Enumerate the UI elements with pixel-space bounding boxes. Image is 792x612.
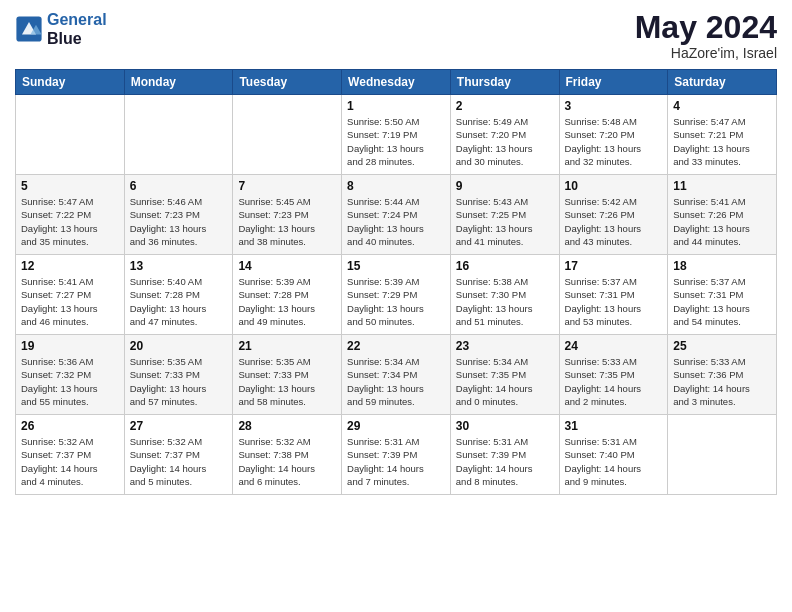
day-info-line: Daylight: 13 hours bbox=[21, 302, 119, 315]
day-number: 1 bbox=[347, 99, 445, 113]
day-info-line: Sunset: 7:37 PM bbox=[21, 448, 119, 461]
day-info: Sunrise: 5:32 AMSunset: 7:38 PMDaylight:… bbox=[238, 435, 336, 488]
page: General Blue May 2024 HaZore'im, Israel … bbox=[0, 0, 792, 510]
calendar-cell: 7Sunrise: 5:45 AMSunset: 7:23 PMDaylight… bbox=[233, 175, 342, 255]
day-info-line: Sunrise: 5:42 AM bbox=[565, 195, 663, 208]
day-info-line: Sunset: 7:39 PM bbox=[347, 448, 445, 461]
calendar-cell: 28Sunrise: 5:32 AMSunset: 7:38 PMDayligh… bbox=[233, 415, 342, 495]
day-info: Sunrise: 5:34 AMSunset: 7:35 PMDaylight:… bbox=[456, 355, 554, 408]
day-info: Sunrise: 5:39 AMSunset: 7:29 PMDaylight:… bbox=[347, 275, 445, 328]
day-info: Sunrise: 5:33 AMSunset: 7:35 PMDaylight:… bbox=[565, 355, 663, 408]
day-info-line: Daylight: 13 hours bbox=[456, 222, 554, 235]
day-info-line: Daylight: 14 hours bbox=[21, 462, 119, 475]
day-info-line: and 36 minutes. bbox=[130, 235, 228, 248]
calendar-week-row: 12Sunrise: 5:41 AMSunset: 7:27 PMDayligh… bbox=[16, 255, 777, 335]
day-info-line: Daylight: 13 hours bbox=[238, 382, 336, 395]
calendar-cell: 19Sunrise: 5:36 AMSunset: 7:32 PMDayligh… bbox=[16, 335, 125, 415]
day-number: 27 bbox=[130, 419, 228, 433]
day-info-line: Sunset: 7:29 PM bbox=[347, 288, 445, 301]
day-info-line: Sunset: 7:33 PM bbox=[130, 368, 228, 381]
day-info-line: and 7 minutes. bbox=[347, 475, 445, 488]
day-info: Sunrise: 5:32 AMSunset: 7:37 PMDaylight:… bbox=[21, 435, 119, 488]
day-info-line: Sunrise: 5:46 AM bbox=[130, 195, 228, 208]
calendar-header-row: SundayMondayTuesdayWednesdayThursdayFrid… bbox=[16, 70, 777, 95]
calendar-cell: 18Sunrise: 5:37 AMSunset: 7:31 PMDayligh… bbox=[668, 255, 777, 335]
day-info-line: Sunrise: 5:49 AM bbox=[456, 115, 554, 128]
day-number: 7 bbox=[238, 179, 336, 193]
day-info: Sunrise: 5:31 AMSunset: 7:40 PMDaylight:… bbox=[565, 435, 663, 488]
day-info-line: Sunset: 7:28 PM bbox=[130, 288, 228, 301]
calendar-week-row: 19Sunrise: 5:36 AMSunset: 7:32 PMDayligh… bbox=[16, 335, 777, 415]
day-info-line: Sunrise: 5:47 AM bbox=[673, 115, 771, 128]
day-info-line: Sunset: 7:23 PM bbox=[130, 208, 228, 221]
day-info-line: and 55 minutes. bbox=[21, 395, 119, 408]
logo-text: General Blue bbox=[47, 10, 107, 48]
day-info-line: Daylight: 13 hours bbox=[565, 142, 663, 155]
day-info-line: Daylight: 13 hours bbox=[347, 222, 445, 235]
day-info-line: and 51 minutes. bbox=[456, 315, 554, 328]
day-info-line: Sunrise: 5:47 AM bbox=[21, 195, 119, 208]
day-number: 22 bbox=[347, 339, 445, 353]
day-info: Sunrise: 5:38 AMSunset: 7:30 PMDaylight:… bbox=[456, 275, 554, 328]
title-block: May 2024 HaZore'im, Israel bbox=[635, 10, 777, 61]
day-number: 24 bbox=[565, 339, 663, 353]
day-info-line: Daylight: 13 hours bbox=[456, 142, 554, 155]
calendar: SundayMondayTuesdayWednesdayThursdayFrid… bbox=[15, 69, 777, 495]
day-number: 4 bbox=[673, 99, 771, 113]
calendar-cell: 6Sunrise: 5:46 AMSunset: 7:23 PMDaylight… bbox=[124, 175, 233, 255]
calendar-cell bbox=[16, 95, 125, 175]
day-info-line: Sunset: 7:37 PM bbox=[130, 448, 228, 461]
day-info-line: Sunrise: 5:33 AM bbox=[565, 355, 663, 368]
day-number: 12 bbox=[21, 259, 119, 273]
calendar-cell bbox=[233, 95, 342, 175]
day-info-line: Daylight: 14 hours bbox=[673, 382, 771, 395]
day-info-line: Daylight: 13 hours bbox=[347, 142, 445, 155]
day-info-line: Daylight: 13 hours bbox=[130, 222, 228, 235]
day-number: 10 bbox=[565, 179, 663, 193]
day-number: 17 bbox=[565, 259, 663, 273]
day-info-line: Sunrise: 5:39 AM bbox=[238, 275, 336, 288]
calendar-week-row: 5Sunrise: 5:47 AMSunset: 7:22 PMDaylight… bbox=[16, 175, 777, 255]
day-number: 29 bbox=[347, 419, 445, 433]
day-info-line: Daylight: 13 hours bbox=[673, 302, 771, 315]
calendar-day-header: Tuesday bbox=[233, 70, 342, 95]
day-info-line: Sunrise: 5:34 AM bbox=[456, 355, 554, 368]
day-number: 8 bbox=[347, 179, 445, 193]
day-info: Sunrise: 5:31 AMSunset: 7:39 PMDaylight:… bbox=[347, 435, 445, 488]
calendar-cell: 13Sunrise: 5:40 AMSunset: 7:28 PMDayligh… bbox=[124, 255, 233, 335]
day-info-line: Sunset: 7:30 PM bbox=[456, 288, 554, 301]
calendar-cell: 8Sunrise: 5:44 AMSunset: 7:24 PMDaylight… bbox=[342, 175, 451, 255]
day-info-line: Sunset: 7:20 PM bbox=[565, 128, 663, 141]
day-info-line: Sunrise: 5:38 AM bbox=[456, 275, 554, 288]
day-info-line: Sunset: 7:31 PM bbox=[565, 288, 663, 301]
day-info-line: Daylight: 14 hours bbox=[565, 382, 663, 395]
day-info-line: Sunset: 7:20 PM bbox=[456, 128, 554, 141]
day-info-line: Sunrise: 5:36 AM bbox=[21, 355, 119, 368]
logo-line2: Blue bbox=[47, 29, 107, 48]
calendar-cell: 14Sunrise: 5:39 AMSunset: 7:28 PMDayligh… bbox=[233, 255, 342, 335]
day-info-line: Sunset: 7:36 PM bbox=[673, 368, 771, 381]
calendar-day-header: Saturday bbox=[668, 70, 777, 95]
calendar-cell: 5Sunrise: 5:47 AMSunset: 7:22 PMDaylight… bbox=[16, 175, 125, 255]
day-info: Sunrise: 5:40 AMSunset: 7:28 PMDaylight:… bbox=[130, 275, 228, 328]
day-info-line: and 30 minutes. bbox=[456, 155, 554, 168]
day-info-line: Daylight: 13 hours bbox=[565, 302, 663, 315]
day-info: Sunrise: 5:39 AMSunset: 7:28 PMDaylight:… bbox=[238, 275, 336, 328]
calendar-cell: 9Sunrise: 5:43 AMSunset: 7:25 PMDaylight… bbox=[450, 175, 559, 255]
day-info: Sunrise: 5:47 AMSunset: 7:22 PMDaylight:… bbox=[21, 195, 119, 248]
calendar-cell: 2Sunrise: 5:49 AMSunset: 7:20 PMDaylight… bbox=[450, 95, 559, 175]
day-info-line: Sunrise: 5:39 AM bbox=[347, 275, 445, 288]
day-info-line: Daylight: 14 hours bbox=[456, 462, 554, 475]
day-info-line: Sunset: 7:24 PM bbox=[347, 208, 445, 221]
day-info: Sunrise: 5:46 AMSunset: 7:23 PMDaylight:… bbox=[130, 195, 228, 248]
day-number: 14 bbox=[238, 259, 336, 273]
calendar-cell bbox=[668, 415, 777, 495]
day-info-line: and 33 minutes. bbox=[673, 155, 771, 168]
day-info-line: Sunrise: 5:32 AM bbox=[238, 435, 336, 448]
day-info-line: Sunset: 7:25 PM bbox=[456, 208, 554, 221]
day-info-line: and 5 minutes. bbox=[130, 475, 228, 488]
day-info-line: Daylight: 13 hours bbox=[21, 382, 119, 395]
day-number: 11 bbox=[673, 179, 771, 193]
calendar-day-header: Friday bbox=[559, 70, 668, 95]
day-number: 26 bbox=[21, 419, 119, 433]
